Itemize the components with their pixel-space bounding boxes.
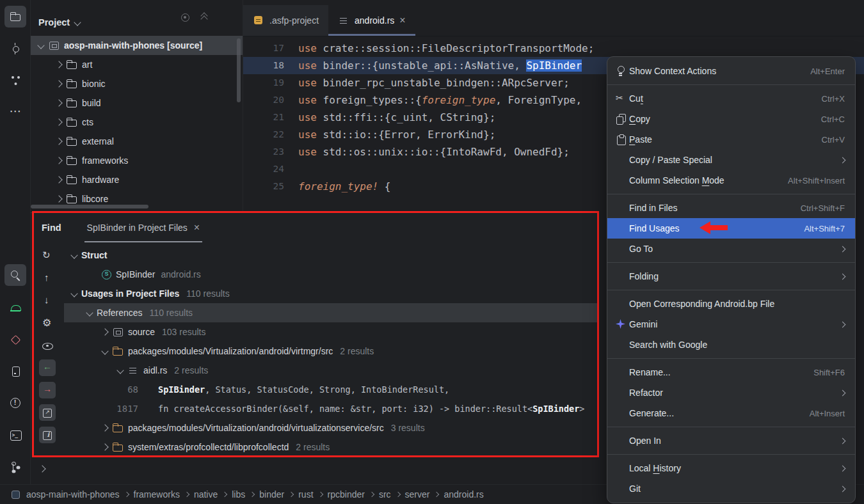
chevron-right-icon[interactable] <box>55 138 62 145</box>
menu-item-refactor[interactable]: Refactor <box>607 382 855 403</box>
chevron-down-icon[interactable] <box>70 251 77 258</box>
find-result-row-packages-modules-virtualization-android-virtmgr-src[interactable]: packages/modules/Virtualization/android/… <box>64 342 599 361</box>
find-result-row-spibinder[interactable]: SpIBinderandroid.rs <box>64 265 599 284</box>
project-tree-item-frameworks[interactable]: frameworks <box>31 151 243 170</box>
tool-button-project-folder[interactable] <box>4 6 26 28</box>
info-button[interactable] <box>39 427 56 443</box>
breadcrumb-item-libs[interactable]: libs <box>231 489 246 500</box>
open-in-editor-button[interactable] <box>39 404 56 421</box>
menu-item-gemini[interactable]: Gemini <box>607 314 855 335</box>
result-count: 103 results <box>162 327 205 337</box>
breadcrumb-item-native[interactable]: native <box>193 489 218 500</box>
chevron-right-icon[interactable] <box>55 195 62 202</box>
tree-item-label: hardware <box>82 175 119 185</box>
result-count: 110 results <box>186 288 229 299</box>
autoscroll-to-source-button[interactable] <box>39 359 56 376</box>
breadcrumb-item-frameworks[interactable]: frameworks <box>133 489 180 500</box>
menu-item-search-with-google[interactable]: Search with Google <box>607 335 855 355</box>
menu-item-copy[interactable]: CopyCtrl+C <box>607 109 855 129</box>
chevron-down-icon[interactable] <box>101 347 108 354</box>
scrollbar-horizontal[interactable] <box>31 205 148 209</box>
menu-item-copy-paste-special[interactable]: Copy / Paste Special <box>607 150 855 170</box>
breadcrumb-item-binder[interactable]: binder <box>259 489 285 500</box>
chevron-down-icon[interactable] <box>74 19 81 26</box>
project-tree-item-build[interactable]: build <box>31 93 243 113</box>
breadcrumb-item-rust[interactable]: rust <box>298 489 314 500</box>
menu-item-local-history[interactable]: Local History <box>607 458 855 478</box>
menu-item-rename[interactable]: Rename...Shift+F6 <box>607 362 855 382</box>
tool-button-more-tool-windows[interactable] <box>4 102 26 123</box>
editor-tab-asfp-project[interactable]: .asfp-project <box>243 5 328 36</box>
previous-occurrence-button[interactable] <box>39 270 56 287</box>
chevron-right-icon[interactable] <box>101 328 108 335</box>
scrollbar-vertical[interactable] <box>237 38 241 102</box>
collapse-all-icon[interactable] <box>198 12 210 23</box>
find-result-line[interactable]: 68SpIBinder, Status, StatusCode, Strong,… <box>64 380 599 399</box>
menu-item-show-context-actions[interactable]: Show Context ActionsAlt+Enter <box>607 61 855 81</box>
tool-button-commit[interactable] <box>4 38 26 59</box>
chevron-right-icon[interactable] <box>55 80 62 87</box>
breadcrumb-item-src[interactable]: src <box>378 489 392 500</box>
project-tree-item-bionic[interactable]: bionic <box>31 74 243 93</box>
settings-button[interactable] <box>39 315 56 331</box>
breadcrumb-item-android-rs[interactable]: android.rs <box>443 489 484 500</box>
chevron-right-icon[interactable] <box>101 443 108 450</box>
tool-button-logcat[interactable] <box>4 296 26 318</box>
find-result-row-packages-modules-virtualization-android-virtualizationservice-src[interactable]: packages/modules/Virtualization/android/… <box>64 418 599 437</box>
chevron-right-icon[interactable] <box>55 176 62 183</box>
breadcrumb-item-aosp-main-with-phones[interactable]: aosp-main-with-phones <box>26 489 120 500</box>
menu-item-git[interactable]: Git <box>607 478 855 499</box>
breadcrumb-item-server[interactable]: server <box>404 489 431 500</box>
tool-button-running-devices[interactable] <box>4 360 26 382</box>
find-results-tab[interactable]: SpIBinder in Project Files × <box>84 213 203 242</box>
find-result-row-references[interactable]: References110 results <box>64 303 599 322</box>
menu-item-folding[interactable]: Folding <box>607 266 855 287</box>
chevron-right-icon[interactable] <box>55 157 62 164</box>
close-icon[interactable]: × <box>399 16 405 25</box>
project-tree-item-cts[interactable]: cts <box>31 113 243 132</box>
menu-item-find-usages[interactable]: Find UsagesAlt+Shift+7 <box>607 218 855 239</box>
find-result-line[interactable]: 1817fn createAccessorBinder(&self, name:… <box>64 399 599 418</box>
find-result-row-source[interactable]: source103 results <box>64 322 599 342</box>
chevron-right-icon[interactable] <box>101 424 108 431</box>
project-tree-item-external[interactable]: external <box>31 132 243 151</box>
chevron-down-icon[interactable] <box>116 366 124 374</box>
menu-item-open-corresponding-android-bp-file[interactable]: Open Corresponding Android.bp File <box>607 294 855 314</box>
chevron-right-icon[interactable] <box>55 118 62 125</box>
find-result-row-struct[interactable]: Struct <box>64 246 599 265</box>
scroll-from-source-button[interactable] <box>39 382 56 398</box>
code-line[interactable]: 17use crate::session::FileDescriptorTran… <box>243 40 864 57</box>
locate-file-icon[interactable] <box>179 12 191 23</box>
menu-item-paste[interactable]: PasteCtrl+V <box>607 129 855 150</box>
rerun-search-button[interactable] <box>39 248 56 264</box>
find-result-row-aidl-rs[interactable]: aidl.rs2 results <box>64 361 599 380</box>
tool-button-problems[interactable] <box>4 392 26 414</box>
project-tree-item-art[interactable]: art <box>31 55 243 74</box>
next-occurrence-button[interactable] <box>39 292 56 309</box>
find-result-row-usages-in-project-files[interactable]: Usages in Project Files110 results <box>64 284 599 303</box>
tool-button-app-quality-insights[interactable] <box>4 328 26 350</box>
chevron-down-icon[interactable] <box>86 309 93 316</box>
breadcrumb-item-rpcbinder[interactable]: rpcbinder <box>327 489 365 500</box>
editor-tab-android-rs[interactable]: android.rs× <box>328 5 415 36</box>
menu-item-column-selection-mode[interactable]: Column Selection ModeAlt+Shift+Insert <box>607 170 855 191</box>
tool-button-version-control[interactable] <box>4 456 26 478</box>
menu-item-generate[interactable]: Generate...Alt+Insert <box>607 403 855 423</box>
tool-button-terminal[interactable] <box>4 424 26 446</box>
chevron-right-icon[interactable] <box>55 61 62 68</box>
find-result-row-system-extras-profcollectd-libprofcollectd[interactable]: system/extras/profcollectd/libprofcollec… <box>64 437 599 457</box>
chevron-down-icon[interactable] <box>70 290 77 297</box>
menu-item-go-to[interactable]: Go To <box>607 239 855 259</box>
chevron-down-icon[interactable] <box>37 42 44 49</box>
project-tree-item-hardware[interactable]: hardware <box>31 170 243 189</box>
close-icon[interactable]: × <box>194 223 200 232</box>
tree-expand-chevron[interactable] <box>38 465 45 472</box>
tool-button-find[interactable] <box>4 264 26 286</box>
menu-item-cut[interactable]: CutCtrl+X <box>607 88 855 109</box>
tool-button-pull-requests[interactable] <box>4 70 26 91</box>
menu-item-find-in-files[interactable]: Find in FilesCtrl+Shift+F <box>607 198 855 218</box>
preview-button[interactable] <box>39 337 56 354</box>
chevron-right-icon[interactable] <box>55 99 62 106</box>
project-tree-root[interactable]: aosp-main-with-phones [source] <box>31 36 243 55</box>
menu-item-open-in[interactable]: Open In <box>607 430 855 451</box>
